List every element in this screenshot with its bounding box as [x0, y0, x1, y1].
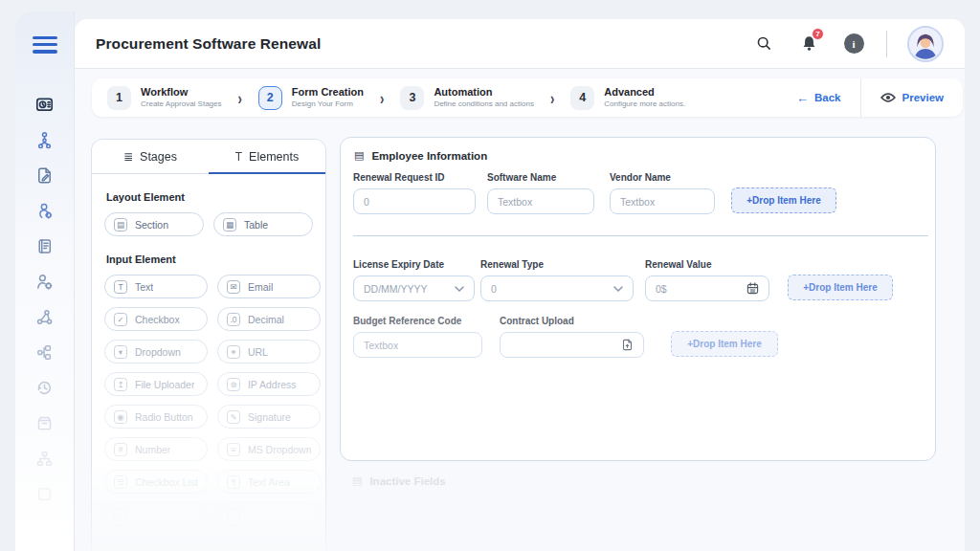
checkbox-list-icon: ☰	[114, 475, 127, 489]
element-pill-table[interactable]: ▦ Table	[213, 212, 313, 236]
builder-side-panel: ≣ Stages T Elements Layout Element ▤ Sec…	[91, 139, 326, 551]
drop-zone[interactable]: +Drop Item Here	[731, 187, 836, 213]
tab-stages[interactable]: ≣ Stages	[92, 140, 209, 173]
element-pill-dropdown[interactable]: ▾ Dropdown	[104, 340, 208, 364]
element-pill-text[interactable]: T Text	[104, 275, 208, 298]
contract-upload-input[interactable]	[500, 332, 644, 358]
chevron-down-icon	[613, 286, 623, 292]
form-section-title: Employee Information	[371, 150, 487, 162]
user-avatar[interactable]	[907, 26, 944, 62]
page-title: Procurement Software Renewal	[96, 35, 321, 53]
checkbox-icon: ✓	[114, 313, 127, 326]
archive-icon[interactable]	[35, 414, 55, 433]
element-pill-ghost[interactable]	[104, 502, 208, 526]
element-pill-decimal[interactable]: .0 Decimal	[217, 307, 322, 331]
preview-button[interactable]: Preview	[861, 78, 963, 117]
step-number: 3	[400, 86, 424, 110]
table-icon: ▦	[223, 218, 236, 231]
field-label: License Expiry Date	[353, 259, 475, 270]
drop-zone[interactable]: +Drop Item Here	[671, 331, 778, 357]
main-panel: Procurement Software Renewal 7 i	[75, 19, 965, 551]
tab-elements[interactable]: T Elements	[209, 140, 325, 173]
step-number: 1	[107, 86, 131, 110]
app-sidebar	[15, 11, 75, 551]
vendor-name-input[interactable]: Textbox	[610, 188, 715, 214]
form-canvas-card: ▤ Employee Information Renewal Request I…	[340, 137, 936, 461]
chevron-right-icon: ›	[238, 88, 242, 107]
file-upload-icon[interactable]	[621, 339, 634, 351]
element-pill-ip-address[interactable]: ⊚ IP Address	[217, 372, 322, 396]
text-area-icon: ¶	[227, 475, 240, 489]
step-workflow[interactable]: 1 Workflow Create Approval Stages	[107, 86, 222, 110]
chevron-right-icon: ›	[380, 88, 384, 107]
field-label: Software Name	[487, 172, 594, 183]
person-settings-icon[interactable]	[35, 273, 55, 292]
ledger-icon[interactable]	[35, 237, 55, 256]
element-pill-email[interactable]: ✉ Email	[217, 275, 322, 298]
element-pill-url[interactable]: ⚭ URL	[217, 340, 322, 364]
calendar-icon[interactable]	[746, 282, 759, 295]
modules-icon[interactable]	[35, 343, 55, 363]
topbar-divider	[886, 31, 887, 57]
section-icon: ▤	[114, 218, 127, 231]
software-name-input[interactable]: Textbox	[487, 188, 594, 214]
signature-icon: ✎	[227, 410, 240, 424]
number-icon: #	[114, 443, 127, 456]
element-pill-text-area[interactable]: ¶ Text Area	[217, 470, 322, 494]
element-pill-radio-button[interactable]: ◉ Radio Button	[104, 405, 208, 429]
form-edit-icon[interactable]	[35, 166, 55, 186]
network-icon[interactable]	[35, 308, 55, 327]
menu-toggle-icon[interactable]	[33, 36, 57, 54]
url-link-icon: ⚭	[227, 345, 240, 359]
field-label: Renewal Request ID	[353, 172, 476, 183]
hierarchy-icon[interactable]	[35, 450, 55, 469]
chevron-down-icon	[455, 286, 464, 292]
section-header-icon: ▤	[352, 474, 362, 487]
budget-reference-code-input[interactable]: Textbox	[353, 332, 482, 358]
stepper-bar: 1 Workflow Create Approval Stages › 2 Fo…	[92, 78, 963, 117]
dropdown-icon: ▾	[114, 345, 127, 359]
step-number: 4	[570, 86, 594, 110]
back-button[interactable]: ← Back	[777, 78, 860, 117]
panel-tabs: ≣ Stages T Elements	[92, 140, 325, 174]
topbar: Procurement Software Renewal 7 i	[75, 19, 965, 69]
ghost-nav-icon[interactable]	[35, 485, 55, 504]
license-expiry-date-select[interactable]: DD/MM/YYYY	[353, 276, 475, 301]
section-header-icon: ▤	[354, 149, 364, 162]
user-gear-icon[interactable]	[35, 202, 55, 221]
radio-button-icon: ◉	[114, 410, 127, 424]
field-label: Vendor Name	[610, 172, 715, 183]
element-pill-number[interactable]: # Number	[104, 437, 208, 461]
element-pill-ms-dropdown[interactable]: ≡ MS Dropdown	[217, 437, 322, 461]
element-pill-section[interactable]: ▤ Section	[104, 212, 204, 236]
renewal-request-id-input[interactable]: 0	[353, 188, 476, 214]
step-form-creation[interactable]: 2 Form Creation Design Your Form	[258, 86, 364, 110]
step-number: 2	[258, 86, 282, 110]
sidebar-nav	[15, 96, 74, 504]
approval-flow-icon[interactable]	[35, 131, 55, 150]
info-icon[interactable]: i	[841, 32, 866, 56]
field-label: Contract Upload	[500, 316, 644, 326]
element-pill-file-uploader[interactable]: ↥ File Uploader	[104, 372, 208, 396]
step-automation[interactable]: 3 Automation Define conditions and actio…	[400, 86, 534, 110]
row-divider	[353, 235, 928, 236]
renewal-type-select[interactable]: 0	[480, 276, 634, 301]
search-icon[interactable]	[751, 32, 776, 56]
ip-address-icon: ⊚	[227, 378, 240, 391]
element-pill-checkbox[interactable]: ✓ Checkbox	[104, 307, 208, 331]
chevron-right-icon: ›	[550, 88, 554, 107]
email-icon: ✉	[227, 280, 240, 294]
text-icon: T	[114, 280, 127, 294]
element-pill-checkbox-list[interactable]: ☰ Checkbox List	[104, 470, 208, 494]
inactive-section-header: ▤ Inactive Fields	[352, 474, 446, 487]
dashboard-clock-icon[interactable]	[35, 96, 55, 115]
element-pill-ghost[interactable]	[217, 502, 322, 526]
step-advanced[interactable]: 4 Advanced Configure more actions.	[570, 86, 685, 110]
element-pill-signature[interactable]: ✎ Signature	[217, 405, 322, 429]
renewal-value-input[interactable]: 0$	[645, 276, 769, 301]
history-icon[interactable]	[35, 379, 55, 398]
drop-zone[interactable]: +Drop Item Here	[788, 275, 893, 300]
input-element-heading: Input Element	[106, 253, 313, 265]
notifications-bell-icon[interactable]: 7	[796, 32, 821, 56]
content-area: 1 Workflow Create Approval Stages › 2 Fo…	[75, 69, 965, 551]
